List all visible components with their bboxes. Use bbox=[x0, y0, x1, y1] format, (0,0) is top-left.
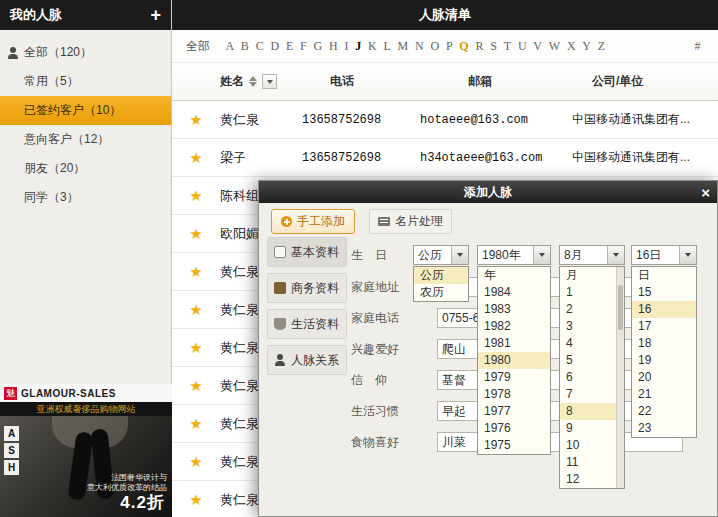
dropdown-option[interactable]: 19 bbox=[632, 352, 696, 369]
day-select[interactable]: 16日 bbox=[631, 245, 697, 265]
star-icon[interactable]: ★ bbox=[172, 263, 220, 281]
dropdown-option[interactable]: 3 bbox=[560, 318, 624, 335]
dropdown-option[interactable]: 20 bbox=[632, 369, 696, 386]
dropdown-option[interactable]: 15 bbox=[632, 284, 696, 301]
star-icon[interactable]: ★ bbox=[172, 225, 220, 243]
dropdown-option[interactable]: 公历 bbox=[414, 267, 468, 284]
dropdown-option[interactable]: 8 bbox=[560, 403, 624, 420]
dropdown-option[interactable]: 月 bbox=[560, 267, 624, 284]
dropdown-option[interactable]: 11 bbox=[560, 454, 624, 471]
alphabet-letter[interactable]: G bbox=[310, 39, 325, 54]
alphabet-letter[interactable]: X bbox=[564, 39, 579, 54]
dropdown-option[interactable]: 7 bbox=[560, 386, 624, 403]
alphabet-letter[interactable]: E bbox=[283, 39, 297, 54]
column-email[interactable]: 邮箱 bbox=[420, 73, 572, 90]
table-row[interactable]: ★黄仁泉13658752698hotaeee@163.com中国移动通讯集团有.… bbox=[172, 101, 718, 139]
star-icon[interactable]: ★ bbox=[172, 301, 220, 319]
scrollbar[interactable] bbox=[616, 267, 624, 488]
dropdown-option[interactable]: 22 bbox=[632, 403, 696, 420]
dropdown-option[interactable]: 农历 bbox=[414, 284, 468, 301]
dropdown-option[interactable]: 1 bbox=[560, 284, 624, 301]
dropdown-option[interactable]: 日 bbox=[632, 267, 696, 284]
dropdown-option[interactable]: 18 bbox=[632, 335, 696, 352]
alphabet-letter[interactable]: V bbox=[530, 39, 545, 54]
dropdown-option[interactable]: 1976 bbox=[478, 420, 550, 437]
scrollbar-thumb[interactable] bbox=[618, 285, 623, 330]
dropdown-option[interactable]: 年 bbox=[478, 267, 550, 284]
alphabet-letter[interactable]: L bbox=[380, 39, 394, 54]
alphabet-letter[interactable]: F bbox=[297, 39, 310, 54]
dropdown-option[interactable]: 16 bbox=[632, 301, 696, 318]
star-icon[interactable]: ★ bbox=[172, 453, 220, 471]
dropdown-option[interactable]: 1977 bbox=[478, 403, 550, 420]
dropdown-option[interactable]: 1980 bbox=[478, 352, 550, 369]
sidebar-item[interactable]: 常用（5） bbox=[0, 67, 171, 96]
dropdown-option[interactable]: 1978 bbox=[478, 386, 550, 403]
modal-tab[interactable]: 生活资料 bbox=[267, 309, 347, 339]
calendar-select[interactable]: 公历 bbox=[413, 245, 469, 265]
alphabet-letter[interactable]: A bbox=[222, 39, 237, 54]
alphabet-letter[interactable]: N bbox=[412, 39, 427, 54]
add-group-button[interactable]: + bbox=[150, 6, 161, 24]
dropdown-option[interactable]: 21 bbox=[632, 386, 696, 403]
dropdown-option[interactable]: 1981 bbox=[478, 335, 550, 352]
alphabet-letter[interactable]: P bbox=[443, 39, 456, 54]
chevron-down-icon[interactable] bbox=[679, 246, 696, 264]
manual-add-button[interactable]: 手工添加 bbox=[271, 209, 355, 234]
alphabet-letter[interactable]: Y bbox=[579, 39, 594, 54]
sidebar-item[interactable]: 意向客户（12） bbox=[0, 125, 171, 154]
dropdown-option[interactable]: 1979 bbox=[478, 369, 550, 386]
sidebar-item[interactable]: 全部（120） bbox=[0, 38, 171, 67]
name-filter-dropdown[interactable] bbox=[262, 74, 277, 89]
dropdown-option[interactable]: 17 bbox=[632, 318, 696, 335]
alphabet-letter[interactable]: C bbox=[252, 39, 267, 54]
alphabet-letter[interactable]: D bbox=[267, 39, 282, 54]
column-company[interactable]: 公司/单位 bbox=[572, 73, 718, 90]
alphabet-letter[interactable]: H bbox=[326, 39, 341, 54]
alphabet-letter[interactable]: T bbox=[500, 39, 514, 54]
sidebar-item[interactable]: 已签约客户（10） bbox=[0, 96, 171, 125]
modal-tab[interactable]: 基本资料 bbox=[267, 237, 347, 267]
alphabet-letter[interactable]: I bbox=[341, 39, 352, 54]
close-icon[interactable]: × bbox=[701, 181, 710, 203]
alphabet-letter[interactable]: S bbox=[487, 39, 500, 54]
dropdown-option[interactable]: 1975 bbox=[478, 437, 550, 454]
star-icon[interactable]: ★ bbox=[172, 415, 220, 433]
alphabet-letter[interactable]: Q bbox=[456, 39, 472, 54]
dropdown-option[interactable]: 23 bbox=[632, 420, 696, 437]
star-icon[interactable]: ★ bbox=[172, 111, 220, 129]
dropdown-option[interactable]: 4 bbox=[560, 335, 624, 352]
column-name[interactable]: 姓名 bbox=[220, 73, 302, 90]
chevron-down-icon[interactable] bbox=[451, 246, 468, 264]
modal-tab[interactable]: 商务资料 bbox=[267, 273, 347, 303]
alphabet-hash[interactable]: # bbox=[691, 39, 704, 54]
card-process-button[interactable]: 名片处理 bbox=[369, 209, 452, 234]
sidebar-item[interactable]: 同学（3） bbox=[0, 183, 171, 212]
alphabet-letter[interactable]: M bbox=[394, 39, 411, 54]
table-row[interactable]: ★梁子13658752698h34otaeee@163.com中国移动通讯集团有… bbox=[172, 139, 718, 177]
chevron-down-icon[interactable] bbox=[533, 246, 550, 264]
modal-tab[interactable]: 人脉关系 bbox=[267, 345, 347, 375]
star-icon[interactable]: ★ bbox=[172, 339, 220, 357]
star-icon[interactable]: ★ bbox=[172, 491, 220, 509]
dropdown-option[interactable]: 1982 bbox=[478, 318, 550, 335]
dropdown-option[interactable]: 2 bbox=[560, 301, 624, 318]
alphabet-letter[interactable]: O bbox=[427, 39, 442, 54]
month-select[interactable]: 8月 bbox=[559, 245, 625, 265]
sidebar-item[interactable]: 朋友（20） bbox=[0, 154, 171, 183]
sort-icon[interactable] bbox=[249, 76, 257, 87]
alphabet-letter[interactable]: J bbox=[352, 39, 365, 54]
alphabet-all[interactable]: 全部 bbox=[186, 38, 210, 55]
star-icon[interactable]: ★ bbox=[172, 149, 220, 167]
star-icon[interactable]: ★ bbox=[172, 377, 220, 395]
alphabet-letter[interactable]: R bbox=[472, 39, 487, 54]
star-icon[interactable]: ★ bbox=[172, 187, 220, 205]
dropdown-option[interactable]: 10 bbox=[560, 437, 624, 454]
ad-banner[interactable]: 魅 GLAMOUR-SALES 亚洲权威奢侈品购物网站 ASH 法国奢华设计与 … bbox=[0, 384, 172, 517]
dropdown-option[interactable]: 12 bbox=[560, 471, 624, 488]
dropdown-option[interactable]: 6 bbox=[560, 369, 624, 386]
dropdown-option[interactable]: 1984 bbox=[478, 284, 550, 301]
dropdown-option[interactable]: 5 bbox=[560, 352, 624, 369]
dropdown-option[interactable]: 9 bbox=[560, 420, 624, 437]
year-select[interactable]: 1980年 bbox=[477, 245, 551, 265]
